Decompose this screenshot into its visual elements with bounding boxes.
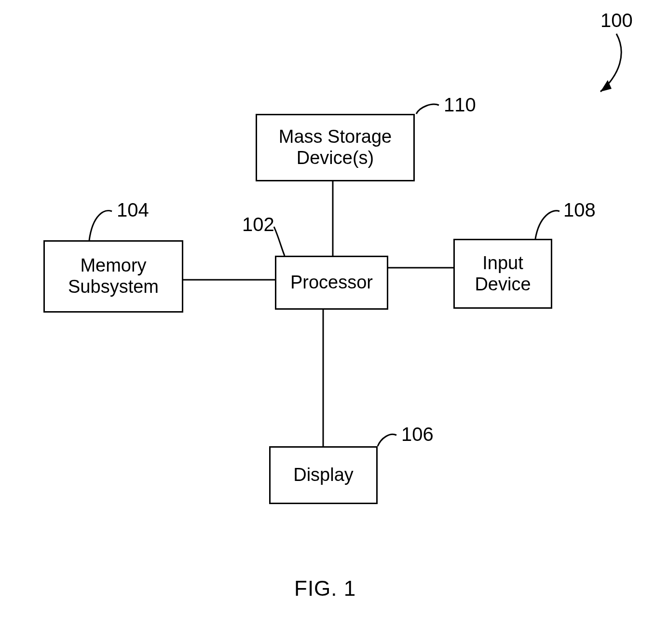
connectors-layer (0, 0, 668, 644)
leader-memory (89, 211, 112, 240)
ref-processor: 102 (242, 214, 274, 235)
ref-input: 108 (563, 199, 596, 221)
leader-input (535, 211, 559, 239)
leader-processor (274, 227, 285, 256)
leader-display (378, 434, 396, 446)
ref-overall: 100 (600, 10, 633, 31)
processor-box: Processor (275, 256, 388, 310)
leader-overall (600, 34, 621, 92)
input-box: Input Device (453, 239, 552, 309)
mass-storage-label: Mass Storage Device(s) (279, 126, 392, 168)
memory-label: Memory Subsystem (68, 255, 159, 297)
display-label: Display (293, 465, 354, 486)
leader-overall-arrow (600, 80, 612, 92)
leader-mass-storage (416, 104, 439, 114)
diagram-canvas: Mass Storage Device(s) Memory Subsystem … (0, 0, 668, 644)
ref-mass-storage: 110 (444, 94, 476, 116)
figure-caption: FIG. 1 (294, 576, 356, 601)
ref-display: 106 (401, 424, 434, 445)
mass-storage-box: Mass Storage Device(s) (256, 114, 415, 181)
display-box: Display (269, 446, 378, 504)
ref-memory: 104 (117, 199, 149, 221)
memory-box: Memory Subsystem (43, 240, 183, 313)
processor-label: Processor (290, 272, 373, 293)
input-label: Input Device (475, 253, 531, 295)
